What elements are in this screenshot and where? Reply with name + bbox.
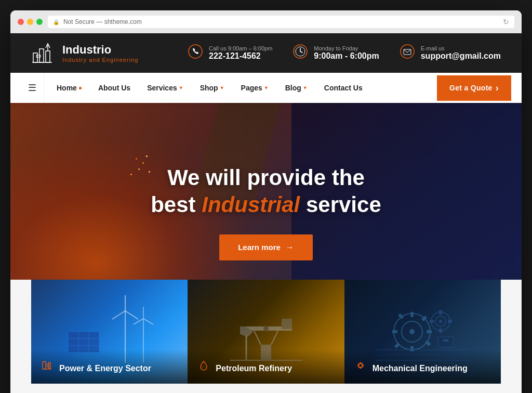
logo-icon — [31, 41, 56, 66]
service-cards-grid: Power & Energy Sector — [31, 280, 501, 384]
svg-rect-62 — [443, 339, 448, 342]
top-header: Industrio Industry and Engineering Call … — [10, 33, 522, 73]
navbar: ☰ Home About Us Services ▼ — [10, 73, 522, 103]
nav-items: Home About Us Services ▼ — [48, 73, 437, 102]
phone-icon — [188, 44, 203, 62]
contact-hours: Monday to Friday 9:00am - 6:00pm — [293, 44, 379, 62]
nav-link-services[interactable]: Services ▼ — [139, 73, 192, 102]
mechanical-icon — [355, 360, 366, 374]
power-card-name: Power & Energy Sector — [59, 363, 151, 374]
nav-label-about: About Us — [98, 84, 130, 92]
nav-item-services[interactable]: Services ▼ — [139, 73, 192, 102]
svg-line-10 — [300, 51, 302, 53]
hero-learn-more-button[interactable]: Learn more → — [219, 234, 313, 260]
svg-rect-61 — [438, 337, 454, 347]
blog-dropdown-arrow: ▼ — [303, 85, 308, 90]
refresh-icon[interactable]: ↻ — [503, 18, 509, 26]
service-card-power[interactable]: Power & Energy Sector — [31, 280, 188, 384]
nav-link-blog[interactable]: Blog ▼ — [277, 73, 316, 102]
svg-rect-0 — [33, 53, 37, 62]
hero-title-best: best — [151, 192, 202, 217]
nav-link-shop[interactable]: Shop ▼ — [192, 73, 233, 102]
email-icon — [400, 44, 415, 62]
nav-item-contact[interactable]: Contact Us — [316, 73, 371, 102]
email-label: E-mail us — [421, 45, 501, 51]
hero-title-service: service — [300, 192, 381, 217]
service-card-mechanical[interactable]: Mechanical Engineering — [344, 280, 501, 384]
website-content: Industrio Industry and Engineering Call … — [10, 33, 522, 393]
hero-btn-label: Learn more — [238, 243, 281, 252]
contact-hours-text: Monday to Friday 9:00am - 6:00pm — [314, 45, 379, 61]
hero-content: We will provide the best Industrial serv… — [151, 164, 381, 260]
minimize-button[interactable] — [27, 19, 33, 25]
contact-email: E-mail us support@gmail.com — [400, 44, 501, 62]
hero-title-italic: Industrial — [202, 192, 300, 217]
svg-rect-3 — [36, 55, 41, 57]
active-indicator — [79, 87, 82, 89]
svg-rect-36 — [282, 319, 292, 329]
nav-link-about[interactable]: About Us — [90, 73, 139, 102]
services-dropdown-arrow: ▼ — [179, 85, 183, 90]
nav-link-contact[interactable]: Contact Us — [316, 73, 371, 102]
carousel-pagination — [31, 384, 501, 393]
svg-rect-45 — [392, 330, 397, 333]
svg-point-11 — [401, 45, 414, 58]
svg-rect-43 — [410, 312, 414, 317]
svg-line-39 — [271, 329, 279, 345]
nav-item-pages[interactable]: Pages ▼ — [233, 73, 277, 102]
hamburger-button[interactable]: ☰ — [21, 73, 44, 103]
quote-button[interactable]: Get a Quote › — [437, 75, 511, 101]
pages-dropdown-arrow: ▼ — [264, 85, 269, 90]
svg-line-26 — [143, 319, 153, 324]
phone-label: Call us 9:00am – 6:00pm — [209, 45, 272, 51]
svg-point-35 — [263, 326, 269, 331]
svg-point-53 — [439, 320, 442, 323]
contact-email-text: E-mail us support@gmail.com — [421, 45, 501, 61]
svg-line-25 — [134, 319, 143, 324]
svg-rect-46 — [427, 330, 432, 333]
nav-item-about[interactable]: About Us — [90, 73, 139, 102]
logo-area: Industrio Industry and Engineering — [31, 41, 138, 66]
svg-rect-54 — [439, 310, 442, 315]
nav-item-blog[interactable]: Blog ▼ — [277, 73, 316, 102]
hero-title-line2: best Industrial service — [151, 192, 381, 217]
contact-phone: Call us 9:00am – 6:00pm 222-121-4562 — [188, 44, 272, 62]
sparks — [138, 168, 140, 170]
hero-title: We will provide the best Industrial serv… — [151, 164, 381, 219]
url-text: Not Secure — shtheme.com — [63, 18, 142, 25]
email-value: support@gmail.com — [421, 51, 501, 60]
logo-subtitle: Industry and Engineering — [62, 57, 138, 63]
hours-value: 9:00am - 6:00pm — [314, 51, 379, 60]
logo-text: Industrio Industry and Engineering — [62, 43, 138, 63]
hero-title-line1: We will provide the — [167, 165, 365, 190]
svg-rect-55 — [439, 329, 442, 333]
svg-rect-2 — [46, 51, 50, 62]
close-button[interactable] — [18, 19, 24, 25]
petroleum-icon — [198, 360, 209, 374]
petroleum-card-overlay: Petroleum Refinery — [188, 349, 344, 384]
svg-line-38 — [253, 329, 261, 345]
nav-link-pages[interactable]: Pages ▼ — [233, 73, 277, 102]
svg-rect-57 — [448, 320, 452, 323]
nav-label-services: Services — [147, 84, 177, 92]
logo-title: Industrio — [62, 43, 138, 57]
mechanical-card-name: Mechanical Engineering — [373, 363, 468, 374]
svg-rect-50 — [425, 340, 431, 346]
svg-line-22 — [125, 311, 138, 319]
svg-point-42 — [409, 329, 415, 334]
nav-item-shop[interactable]: Shop ▼ — [192, 73, 233, 102]
svg-rect-56 — [430, 320, 434, 323]
nav-label-contact: Contact Us — [324, 84, 363, 92]
services-section: Power & Energy Sector — [10, 280, 522, 393]
nav-link-home[interactable]: Home — [48, 73, 90, 102]
hours-label: Monday to Friday — [314, 45, 379, 51]
address-bar[interactable]: 🔒 Not Secure — shtheme.com ↻ — [48, 16, 514, 28]
svg-rect-47 — [398, 313, 404, 319]
power-card-overlay: Power & Energy Sector — [31, 349, 188, 384]
nav-item-home[interactable]: Home — [48, 73, 90, 102]
service-card-petroleum[interactable]: Petroleum Refinery — [188, 280, 344, 384]
maximize-button[interactable] — [36, 19, 43, 25]
browser-window: 🔒 Not Secure — shtheme.com ↻ In — [10, 10, 522, 393]
power-icon — [42, 360, 53, 374]
shop-dropdown-arrow: ▼ — [220, 85, 224, 90]
